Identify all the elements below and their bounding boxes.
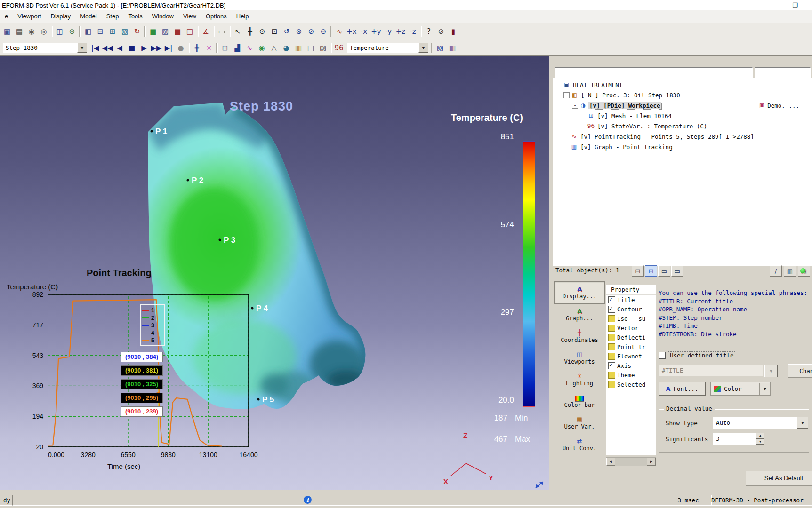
columns-icon[interactable]: ▥ [292, 42, 305, 54]
show-type-dropdown[interactable]: Auto ▼ [713, 417, 808, 429]
tree-expander-icon[interactable] [580, 124, 586, 129]
view-minus-z-icon[interactable]: -z [407, 26, 419, 37]
bar-chart-icon[interactable]: ▟ [231, 42, 243, 54]
checkbox-icon[interactable] [608, 353, 615, 360]
viewport-menu[interactable]: Viewport [13, 10, 46, 23]
stepper-up-icon[interactable]: ▲ [756, 433, 764, 439]
view-minus-y-icon[interactable]: -y [382, 26, 394, 37]
graph-window-icon[interactable]: ⊞ [219, 42, 231, 54]
animation-icon[interactable]: ● [175, 42, 187, 54]
property-scrollbar[interactable]: ◀ ▶ [606, 457, 656, 466]
point-p1-dot[interactable] [151, 130, 153, 133]
file-menu[interactable]: e [0, 10, 13, 23]
rotate-object-icon[interactable]: ↻ [131, 26, 143, 37]
step-combobox[interactable]: Step 1830 ▼ [3, 43, 87, 53]
prop-selected[interactable]: Selected [606, 380, 656, 389]
rotate-x-icon[interactable]: ⊗ [293, 26, 305, 37]
options-menu[interactable]: Options [201, 10, 232, 23]
display-panel-button[interactable]: Display... [554, 281, 605, 304]
viewports-panel-button[interactable]: Viewports [554, 347, 605, 369]
title-dropdown-button[interactable]: ▼ [764, 365, 778, 377]
checkbox-icon[interactable] [608, 372, 615, 379]
step-back-icon[interactable]: ◀ [113, 42, 126, 54]
checkbox-icon[interactable] [608, 362, 615, 369]
pick-tool-button[interactable]: / [770, 265, 782, 277]
checkbox-icon[interactable] [608, 334, 615, 341]
tree-item-workpiece[interactable]: - ◑ [v] [PDie] Workpiece ▣ Demo. ... [553, 100, 812, 111]
stepper-down-icon[interactable]: ▼ [756, 439, 764, 445]
graph-edit-icon[interactable]: ▧ [434, 42, 446, 54]
measure-icon[interactable]: ∡ [200, 26, 212, 37]
colorbar-panel-button[interactable]: Color bar [554, 390, 605, 412]
scroll-left-icon[interactable]: ◀ [606, 458, 615, 466]
rotate-free-icon[interactable]: ↺ [281, 26, 293, 37]
play-icon[interactable]: ▶ [138, 42, 150, 54]
circle-plot-icon[interactable]: ◉ [256, 42, 268, 54]
step-menu[interactable]: Step [102, 10, 124, 23]
mesh-view-icon[interactable]: ⊞ [106, 26, 119, 37]
step-last-icon[interactable]: ▶| [162, 42, 175, 54]
graph-export-icon[interactable]: ▦ [446, 42, 458, 54]
tree-item-statevar[interactable]: 96 [v] StateVar. : Temperature (C) [553, 121, 812, 131]
state-variable-icon[interactable]: 96 [333, 42, 345, 54]
rotate-z-icon[interactable]: ⊖ [317, 26, 330, 37]
display-menu[interactable]: Display [46, 10, 76, 23]
object-solid-icon[interactable]: ■ [147, 26, 159, 37]
view-plus-y-icon[interactable]: +y [370, 26, 382, 37]
lighting-panel-button[interactable]: Lighting [554, 369, 605, 390]
checkbox-icon[interactable] [608, 381, 615, 388]
font-button[interactable]: A Font... [659, 382, 706, 396]
help-menu[interactable]: Help [232, 10, 254, 23]
matrix-button[interactable]: ▦ [784, 265, 796, 277]
tree-item-root[interactable]: ▣ HEAT TREATMENT [553, 79, 812, 90]
sphere-shade-icon[interactable]: ◕ [280, 42, 292, 54]
object-list-button[interactable]: ⊟ [632, 265, 644, 277]
point-p3-dot[interactable] [219, 239, 221, 241]
point-burst-icon[interactable]: ✳ [203, 42, 215, 54]
model-menu[interactable]: Model [75, 10, 101, 23]
window-menu[interactable]: Window [147, 10, 178, 23]
view-plus-z-icon[interactable]: +z [394, 26, 407, 37]
tree-expander-icon[interactable]: - [563, 92, 570, 98]
tree-expander-icon[interactable] [563, 134, 569, 139]
tree-item-mesh[interactable]: ⊞ [v] Mesh - Elem 10164 [553, 111, 812, 121]
chevron-down-icon[interactable]: ▼ [759, 383, 770, 395]
stop-icon[interactable]: ■ [126, 42, 138, 54]
window-b-button[interactable]: ▭ [671, 265, 683, 277]
tree-expander-icon[interactable] [580, 113, 586, 119]
cancel-icon[interactable]: ⊘ [435, 26, 447, 37]
user-defined-title-checkbox[interactable] [659, 352, 666, 359]
point-p4-dot[interactable] [251, 307, 254, 310]
window-a-button[interactable]: ▭ [658, 265, 670, 277]
object-mesh-icon[interactable]: ▨ [159, 26, 171, 37]
prop-vector[interactable]: Vector [606, 323, 656, 333]
print-icon[interactable]: ▤ [13, 26, 25, 37]
unitconv-panel-button[interactable]: Unit Conv. [554, 434, 605, 455]
color-dropdown[interactable]: Color ▼ [710, 382, 771, 396]
checkbox-icon[interactable] [608, 325, 615, 332]
checkbox-icon[interactable] [608, 296, 615, 303]
prop-contour[interactable]: Contour [606, 304, 656, 314]
significants-stepper[interactable]: 3 ▲ ▼ [713, 433, 764, 444]
prop-deflection[interactable]: Deflecti [606, 333, 656, 342]
annotation-icon[interactable]: ▭ [216, 26, 228, 37]
pan-icon[interactable]: ╋ [244, 26, 256, 37]
add-point-icon[interactable]: ╋ [191, 42, 203, 54]
view-minus-x-icon[interactable]: -x [358, 26, 370, 37]
point-p2-dot[interactable] [187, 179, 189, 182]
view-menu[interactable]: View [178, 10, 201, 23]
tree-item-graph[interactable]: ▥ [v] Graph - Point tracking [553, 142, 812, 152]
set-as-default-button[interactable]: Set As Default [746, 471, 812, 485]
zoom-window-icon[interactable]: ⊡ [268, 26, 281, 37]
prop-title[interactable]: Title [606, 295, 656, 304]
select-cursor-icon[interactable]: ↖ [232, 26, 244, 37]
point-p5-dot[interactable] [257, 398, 260, 401]
step-back-fast-icon[interactable]: ◀◀ [101, 42, 113, 54]
tree-item-process[interactable]: - ◧ [ N ] Proc. 3: Oil Step 1830 [553, 90, 812, 100]
minimize-button[interactable]: — [764, 2, 785, 9]
window-tile-icon[interactable]: ◧ [82, 26, 94, 37]
report-icon[interactable]: ▤ [305, 42, 317, 54]
exit-post-icon[interactable]: ▮ [447, 26, 459, 37]
tree-expander-icon[interactable] [563, 144, 569, 150]
tree-expander-icon[interactable]: - [572, 103, 578, 109]
